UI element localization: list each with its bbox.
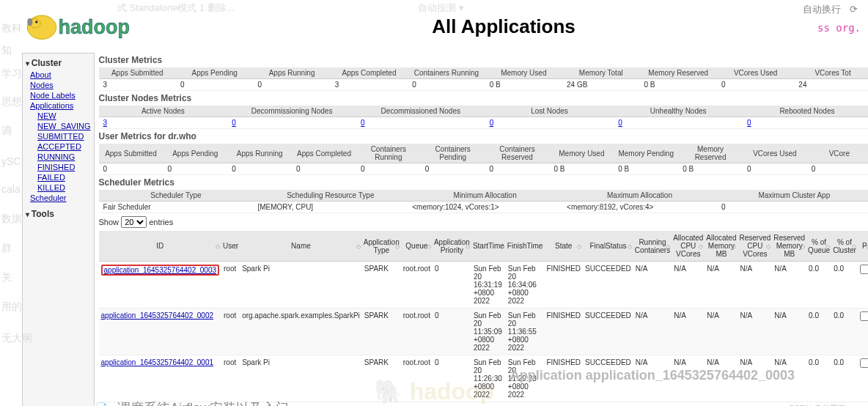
- nav-status-killed[interactable]: KILLED: [26, 182, 91, 193]
- col-header: Scheduler Type: [99, 190, 254, 202]
- metric-value: 0 B: [485, 79, 562, 91]
- apps-col-header[interactable]: StartTime◇: [471, 231, 506, 262]
- app-id-link[interactable]: application_1645325764402_0003: [104, 266, 216, 274]
- scheduler-metrics-table: Scheduler TypeScheduling Resource TypeMi…: [99, 190, 868, 213]
- metric-value: 3: [99, 117, 228, 129]
- metric-link[interactable]: 0: [618, 119, 622, 127]
- col-header: Apps Pending: [163, 144, 227, 163]
- show-label-pre: Show: [99, 218, 119, 226]
- apps-col-header[interactable]: Allocated CPU VCores◇: [672, 231, 705, 262]
- apps-col-header[interactable]: Application Type◇: [362, 231, 401, 262]
- nav-link-applications[interactable]: Applications: [26, 100, 91, 111]
- cell-name: Spark Pi: [240, 262, 362, 309]
- apps-col-header[interactable]: Application Priority◇: [433, 231, 471, 262]
- col-header: Apps Completed: [331, 67, 408, 79]
- cell-type: SPARK: [362, 309, 401, 355]
- nav-link-nodes[interactable]: Nodes: [26, 80, 91, 90]
- metric-value: 0: [292, 163, 356, 175]
- table-row: application_1645325764402_0002rootorg.ap…: [99, 309, 868, 355]
- metric-value: 0: [163, 163, 227, 175]
- nav-status-failed[interactable]: FAILED: [26, 172, 91, 182]
- col-header: Apps Completed: [292, 144, 356, 163]
- col-header: VCores Tot: [794, 67, 868, 79]
- apps-col-header[interactable]: Reserved Memory MB◇: [772, 231, 806, 262]
- metric-link[interactable]: 0: [232, 119, 236, 127]
- col-header: Lost Nodes: [485, 106, 614, 117]
- cell-amm: N/A: [705, 309, 738, 355]
- apps-col-header[interactable]: Queue◇: [401, 231, 433, 262]
- apps-col-header[interactable]: Reserved CPU VCores◇: [738, 231, 772, 262]
- metric-link[interactable]: 3: [103, 119, 108, 127]
- col-header: Containers Pending: [421, 144, 485, 163]
- col-header: VCore: [807, 144, 868, 163]
- cell-rc: N/A: [633, 309, 672, 355]
- metric-value: 24: [794, 79, 868, 91]
- app-id-link[interactable]: application_1645325764402_0001: [101, 358, 213, 366]
- col-header: Rebooted Nodes: [743, 106, 868, 117]
- nav-status-accepted[interactable]: ACCEPTED: [26, 141, 91, 152]
- metric-value: 0 B: [614, 163, 678, 175]
- nav-tools[interactable]: Tools: [26, 207, 91, 221]
- col-header: VCores Used: [717, 67, 794, 79]
- apps-col-header[interactable]: FinishTime◇: [506, 231, 545, 262]
- nav-statuses: NEWNEW_SAVINGSUBMITTEDACCEPTEDRUNNINGFIN…: [26, 111, 91, 193]
- cell-finish: Sun Feb 20 11:36:55 +0800 2022: [506, 309, 545, 355]
- col-header: Maximum Allocation: [562, 190, 717, 202]
- cluster-metrics-table: Apps SubmittedApps PendingApps RunningAp…: [99, 67, 868, 91]
- metric-link[interactable]: 0: [361, 119, 365, 127]
- wrap-label: 自动换行: [803, 4, 841, 15]
- nav-cluster[interactable]: Cluster: [26, 56, 91, 70]
- nav-link-node-labels[interactable]: Node Labels: [26, 90, 91, 100]
- apps-col-header[interactable]: User◇: [221, 231, 240, 262]
- apps-col-header[interactable]: Name◇: [240, 231, 362, 262]
- col-header: Apps Submitted: [99, 67, 176, 79]
- cell-state: FINISHED: [544, 309, 583, 355]
- content: Cluster Metrics Apps SubmittedApps Pendi…: [95, 53, 868, 406]
- nav-status-submitted[interactable]: SUBMITTED: [26, 131, 91, 141]
- col-header: Maximum Cluster App: [717, 190, 868, 202]
- show-select[interactable]: 20: [121, 216, 147, 228]
- metric-value: 0: [421, 163, 485, 175]
- nav-status-new_saving[interactable]: NEW_SAVING: [26, 121, 91, 131]
- col-header: Apps Submitted: [99, 144, 163, 163]
- apps-col-header[interactable]: % of Cluster◇: [831, 231, 858, 262]
- metric-link[interactable]: 0: [747, 119, 751, 127]
- metric-value: [MEMORY, CPU]: [253, 202, 408, 213]
- section-user-metrics: User Metrics for dr.who: [99, 129, 868, 144]
- cell-pc: 0.0: [831, 355, 858, 402]
- apps-col-header[interactable]: FinalStatus◇: [583, 231, 633, 262]
- svg-point-0: [27, 15, 56, 39]
- col-header: Apps Running: [253, 67, 330, 79]
- metric-value: 0: [99, 163, 163, 175]
- apps-col-header[interactable]: % of Queue◇: [806, 231, 831, 262]
- col-header: Containers Running: [356, 144, 421, 163]
- nav-status-new[interactable]: NEW: [26, 111, 91, 121]
- apps-col-header[interactable]: Running Containers◇: [633, 231, 672, 262]
- cell-pq: 0.0: [806, 309, 831, 355]
- cell-final: SUCCEEDED: [583, 262, 633, 309]
- row-checkbox[interactable]: [860, 358, 868, 368]
- nav-scheduler[interactable]: Scheduler: [26, 193, 91, 203]
- col-header: Decommissioning Nodes: [227, 106, 356, 117]
- nav-link-about[interactable]: About: [26, 70, 91, 80]
- cell-state: FINISHED: [544, 262, 583, 309]
- show-entries: Show 20 entries: [99, 213, 868, 231]
- nav-status-finished[interactable]: FINISHED: [26, 162, 91, 172]
- cell-rmm: N/A: [772, 262, 806, 309]
- apps-col-header[interactable]: ID◇: [99, 231, 221, 262]
- svg-point-2: [27, 18, 32, 26]
- app-id-cell: application_1645325764402_0003: [99, 262, 221, 309]
- section-scheduler-metrics: Scheduler Metrics: [99, 175, 868, 190]
- nav-status-running[interactable]: RUNNING: [26, 152, 91, 162]
- metric-value: 0: [176, 79, 253, 91]
- row-checkbox[interactable]: [860, 311, 868, 321]
- metric-link[interactable]: 0: [490, 119, 494, 127]
- apps-col-header[interactable]: State◇: [544, 231, 583, 262]
- apps-col-header[interactable]: Allocated Memory MB◇: [705, 231, 738, 262]
- metric-value: 0 B: [549, 163, 614, 175]
- apps-col-header[interactable]: P◇: [858, 231, 868, 262]
- app-id-link[interactable]: application_1645325764402_0002: [101, 311, 213, 320]
- row-checkbox[interactable]: [860, 265, 868, 274]
- col-header: VCores Used: [743, 144, 807, 163]
- col-header: Memory Used: [549, 144, 614, 163]
